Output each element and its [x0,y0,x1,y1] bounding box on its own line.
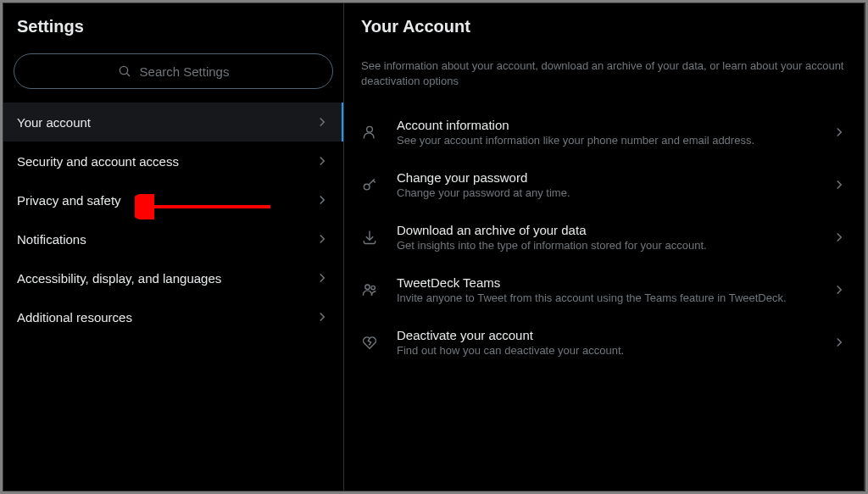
option-tweetdeck-teams[interactable]: TweetDeck Teams Invite anyone to Tweet f… [344,264,864,316]
sidebar-item-label: Your account [17,115,91,130]
people-icon [361,281,378,298]
sidebar-item-additional[interactable]: Additional resources [3,297,343,336]
sidebar-item-label: Privacy and safety [17,193,121,208]
heartbreak-icon [361,334,378,351]
chevron-right-icon [314,231,330,247]
option-title: Deactivate your account [397,328,813,342]
person-icon [361,124,378,141]
key-icon [361,176,378,193]
svg-point-9 [365,285,370,289]
svg-point-10 [371,286,375,290]
sidebar-header: Settings [3,3,343,47]
chevron-right-icon [314,192,330,208]
option-deactivate-account[interactable]: Deactivate your account Find out how you… [344,316,864,369]
settings-app: Settings Search Settings Your account Se… [3,3,865,491]
chevron-right-icon [314,153,330,169]
search-container: Search Settings [3,47,343,103]
option-title: Download an archive of your data [397,223,813,237]
option-subtitle: Invite anyone to Tweet from this account… [397,291,813,304]
chevron-right-icon [314,309,330,325]
search-input[interactable]: Search Settings [14,53,333,89]
sidebar-item-label: Notifications [17,232,86,247]
sidebar-item-label: Accessibility, display, and languages [17,271,221,286]
svg-line-7 [373,180,376,183]
settings-sidebar: Settings Search Settings Your account Se… [3,3,344,491]
option-subtitle: Change your password at any time. [397,186,813,199]
chevron-right-icon [832,125,847,140]
svg-point-4 [367,127,373,133]
sidebar-item-label: Additional resources [17,310,132,325]
svg-line-6 [369,180,375,186]
main-description: See information about your account, down… [344,50,864,106]
chevron-right-icon [314,114,330,130]
main-content: Your Account See information about your … [344,3,865,491]
option-text: Change your password Change your passwor… [397,170,813,199]
option-list: Account information See your account inf… [344,106,864,369]
option-subtitle: Find out how you can deactivate your acc… [397,344,813,357]
page-title: Settings [17,17,330,36]
chevron-right-icon [314,270,330,286]
option-text: Deactivate your account Find out how you… [397,328,813,357]
sidebar-item-privacy[interactable]: Privacy and safety [3,180,343,219]
svg-point-5 [364,185,370,191]
svg-point-0 [120,66,127,74]
option-subtitle: See your account information like your p… [397,134,813,147]
sidebar-item-notifications[interactable]: Notifications [3,219,343,258]
sidebar-item-your-account[interactable]: Your account [3,103,343,142]
option-title: Change your password [397,170,813,185]
sidebar-item-accessibility[interactable]: Accessibility, display, and languages [3,258,343,297]
chevron-right-icon [832,230,847,245]
download-icon [361,229,378,246]
search-placeholder: Search Settings [140,64,230,79]
option-text: Account information See your account inf… [397,118,813,147]
option-download-archive[interactable]: Download an archive of your data Get ins… [344,211,864,264]
main-header: Your Account [344,14,864,50]
sidebar-item-security[interactable]: Security and account access [3,142,343,180]
settings-list: Your account Security and account access… [3,103,343,336]
chevron-right-icon [832,177,847,192]
option-title: Account information [397,118,813,132]
option-text: TweetDeck Teams Invite anyone to Tweet f… [397,275,813,304]
sidebar-item-label: Security and account access [17,154,179,169]
svg-line-1 [126,74,129,76]
option-text: Download an archive of your data Get ins… [397,223,813,252]
chevron-right-icon [832,282,847,297]
option-change-password[interactable]: Change your password Change your passwor… [344,158,864,211]
option-account-information[interactable]: Account information See your account inf… [344,106,864,158]
main-title: Your Account [361,17,847,36]
option-subtitle: Get insights into the type of informatio… [397,239,813,252]
search-icon [118,64,131,78]
option-title: TweetDeck Teams [397,275,813,290]
chevron-right-icon [832,335,847,350]
